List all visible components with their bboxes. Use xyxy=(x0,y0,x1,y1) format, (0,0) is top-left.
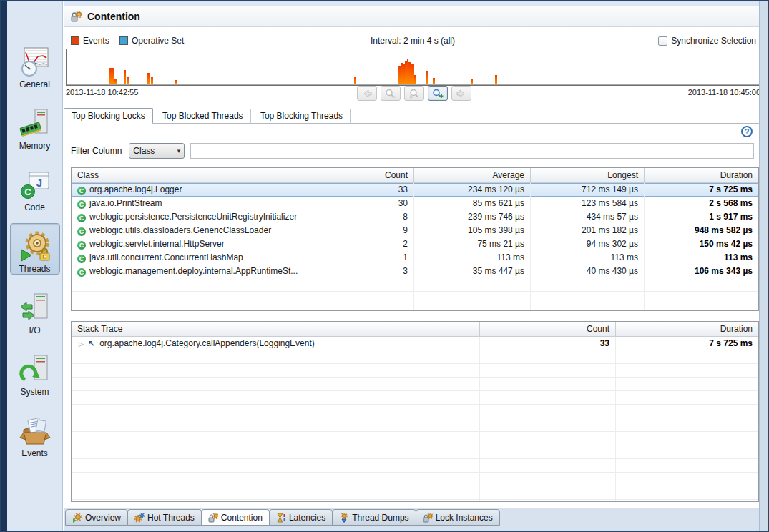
arrow-left-icon xyxy=(361,89,373,99)
zoom-in-button[interactable] xyxy=(428,86,448,101)
event-bar xyxy=(354,77,356,84)
timeline-chart[interactable] xyxy=(66,49,760,86)
duration-cell: 2 s 568 ms xyxy=(645,197,758,210)
expand-arrow-icon[interactable]: ▷ xyxy=(79,340,84,348)
stack-trace-row[interactable]: ▷↖org.apache.log4j.Category.callAppender… xyxy=(72,337,758,350)
start-timestamp: 2013-11-18 10:42:55 xyxy=(66,88,138,97)
thread-dumps-tab-icon xyxy=(339,513,349,523)
sidebar-item-io[interactable]: I/O xyxy=(10,285,60,336)
nav-forward-button[interactable] xyxy=(451,86,471,101)
page-header: Contention xyxy=(64,6,762,27)
interval-label: Interval: 2 min 4 s (all) xyxy=(371,34,455,47)
longest-cell: 434 ms 57 µs xyxy=(531,210,645,224)
lock-table-row[interactable]: Cjava.io.PrintStream3085 ms 621 µs123 ms… xyxy=(72,197,758,210)
count-cell: 3 xyxy=(300,265,414,278)
sidebar-label: System xyxy=(20,387,49,397)
bottom-tab-contention[interactable]: Contention xyxy=(201,509,270,526)
bottom-tab-overview[interactable]: Overview xyxy=(65,509,128,526)
code-class-icon: J C xyxy=(19,169,51,201)
zoom-controls xyxy=(357,86,471,101)
sidebar-item-threads[interactable]: Threads xyxy=(10,223,60,275)
event-bar xyxy=(471,79,473,84)
lock-table-row[interactable]: Corg.apache.log4j.Logger33234 ms 120 µs7… xyxy=(72,183,758,197)
locks-table-empty-area xyxy=(72,278,758,310)
lock-table-row[interactable]: Cjava.util.concurrent.ConcurrentHashMap1… xyxy=(72,251,758,265)
longest-cell: 94 ms 302 µs xyxy=(531,237,645,251)
bottom-tab-lock-instances[interactable]: Lock Instances xyxy=(416,509,500,526)
bottom-tab-label: Overview xyxy=(85,513,121,523)
class-icon: C xyxy=(77,255,86,263)
legend-label: Operative Set xyxy=(132,36,184,46)
count-cell: 9 xyxy=(300,224,414,237)
synchronize-checkbox[interactable] xyxy=(658,36,667,46)
sidebar-item-code[interactable]: J C Code xyxy=(10,162,60,213)
class-icon: C xyxy=(77,200,86,209)
class-icon: C xyxy=(77,187,86,195)
tab-top-blocking-threads[interactable]: Top Blocking Threads xyxy=(253,109,351,124)
contention-tab-icon xyxy=(208,513,218,523)
sidebar-label: Threads xyxy=(19,264,50,274)
locks-table-header: Class Count Average Longest Duration xyxy=(72,168,758,183)
general-chart-gauge-icon xyxy=(19,46,51,78)
sidebar-item-general[interactable]: General xyxy=(10,39,60,90)
system-refresh-server-icon xyxy=(19,354,51,385)
tab-top-blocking-locks[interactable]: Top Blocking Locks xyxy=(64,108,153,124)
zoom-selection-button[interactable] xyxy=(404,86,424,101)
class-cell: Cjava.io.PrintStream xyxy=(72,197,300,210)
events-swatch xyxy=(71,36,79,45)
zoom-in-icon xyxy=(432,89,444,99)
legend-label: Events xyxy=(83,36,109,46)
bottom-tab-bar: Overview Hot Threads xyxy=(64,508,762,532)
longest-cell: 40 ms 430 µs xyxy=(531,265,645,278)
column-header-class[interactable]: Class xyxy=(72,168,300,182)
bottom-tab-hot-threads[interactable]: Hot Threads xyxy=(127,509,202,526)
class-icon: C xyxy=(77,227,86,236)
nav-back-button[interactable] xyxy=(357,86,377,101)
average-cell: 105 ms 398 µs xyxy=(414,224,531,237)
svg-text:C: C xyxy=(24,187,31,197)
sidebar-item-memory[interactable]: Memory xyxy=(10,100,60,152)
bottom-tab-label: Latencies xyxy=(289,513,325,523)
column-header-duration[interactable]: Duration xyxy=(645,168,758,182)
event-bar xyxy=(495,75,497,84)
bottom-tab-label: Hot Threads xyxy=(147,513,195,523)
legend-events[interactable]: Events xyxy=(71,34,109,47)
stack-frame-cell: ▷↖org.apache.log4j.Category.callAppender… xyxy=(72,337,480,350)
filter-column-select[interactable]: Class ▾ xyxy=(129,143,185,159)
column-header-count[interactable]: Count xyxy=(480,322,616,336)
caller-arrow-icon: ↖ xyxy=(88,339,94,348)
bottom-tab-thread-dumps[interactable]: Thread Dumps xyxy=(332,509,416,526)
hot-threads-tab-icon xyxy=(134,513,145,523)
lock-table-row[interactable]: Cweblogic.persistence.PersistenceUnitReg… xyxy=(72,210,758,224)
lock-table-row[interactable]: Cweblogic.utils.classloaders.GenericClas… xyxy=(72,224,758,237)
vertical-scrollbar[interactable] xyxy=(759,1,768,531)
events-box-icon xyxy=(19,415,51,447)
column-header-duration[interactable]: Duration xyxy=(616,322,758,336)
column-header-stack-trace[interactable]: Stack Trace xyxy=(72,322,480,336)
longest-cell: 201 ms 182 µs xyxy=(531,224,645,237)
column-header-average[interactable]: Average xyxy=(414,168,531,182)
overview-tab-icon xyxy=(72,513,82,523)
tab-top-blocked-threads[interactable]: Top Blocked Threads xyxy=(155,109,251,124)
legend-operative-set[interactable]: Operative Set xyxy=(119,34,184,47)
sidebar-item-system[interactable]: System xyxy=(10,346,60,398)
bottom-tab-latencies[interactable]: Latencies xyxy=(269,509,333,526)
lock-table-row[interactable]: Cweblogic.servlet.internal.HttpServer275… xyxy=(72,237,758,251)
class-cell: Cweblogic.utils.classloaders.GenericClas… xyxy=(72,224,300,237)
help-icon[interactable]: ? xyxy=(741,126,753,137)
synchronize-selection[interactable]: Synchronize Selection xyxy=(658,34,756,47)
end-timestamp: 2013-11-18 10:45:00 xyxy=(688,88,760,97)
filter-column-label: Filter Column xyxy=(71,146,122,156)
lock-table-row[interactable]: Cweblogic.management.deploy.internal.App… xyxy=(72,265,758,278)
count-cell: 30 xyxy=(300,197,414,210)
column-header-longest[interactable]: Longest xyxy=(531,168,645,182)
sidebar-item-events[interactable]: Events xyxy=(10,408,60,459)
lock-instances-tab-icon xyxy=(423,513,433,523)
duration-cell: 7 s 725 ms xyxy=(616,337,758,350)
sidebar-label: Code xyxy=(24,202,45,212)
filter-text-input[interactable] xyxy=(190,143,754,159)
duration-cell: 7 s 725 ms xyxy=(645,183,758,197)
column-header-count[interactable]: Count xyxy=(300,168,414,182)
zoom-out-button[interactable] xyxy=(381,86,401,101)
chart-toolbar: Events Operative Set Interval: 2 min 4 s… xyxy=(64,34,762,47)
